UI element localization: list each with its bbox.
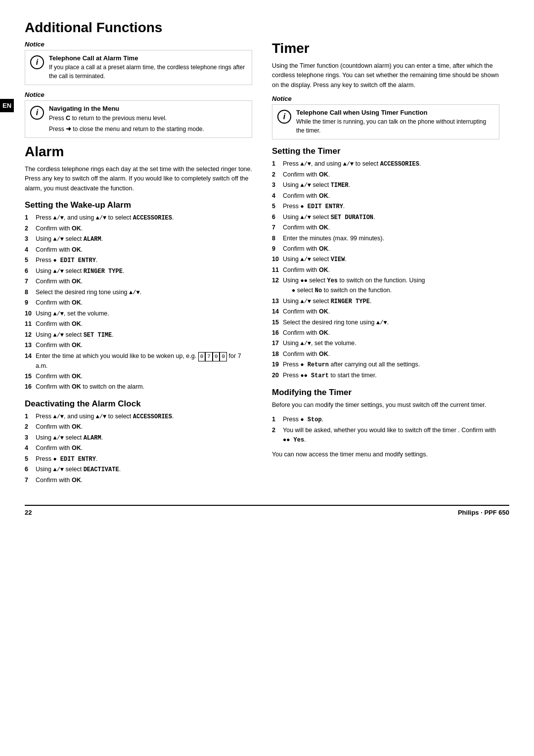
step-item: 1Press ● Stop.	[272, 415, 499, 425]
wakeup-steps: 1Press ▲/▼, and using ▲/▼ to select ACCE…	[25, 213, 252, 392]
step-item: 2You will be asked, whether you would li…	[272, 426, 499, 445]
footer-page-number: 22	[25, 509, 32, 516]
step-item: 7Confirm with OK.	[272, 223, 499, 232]
info-icon-timer: i	[277, 110, 291, 124]
notice-inner-timer: i Telephone Call when Using Timer Functi…	[272, 104, 499, 139]
step-item: 10Using ▲/▼ select VIEW.	[272, 255, 499, 265]
step-item: 12Using ●● select Yes to switch on the f…	[272, 276, 499, 295]
notice-label-timer: Notice	[272, 95, 499, 102]
notice-text-2b: Press ➜ to close the menu and return to …	[49, 124, 204, 134]
step-item: 1Press ▲/▼, and using ▲/▼ to select ACCE…	[272, 159, 499, 169]
notice-inner-1: i Telephone Call at Alarm Time If you pl…	[25, 50, 252, 85]
step-item: 5Press ● EDIT ENTRY.	[272, 202, 499, 212]
modifying-timer-title: Modifying the Timer	[272, 388, 499, 398]
deactivate-title: Deactivating the Alarm Clock	[25, 399, 252, 409]
step-item: 3Using ▲/▼ select TIMER.	[272, 180, 499, 190]
step-item: 6Using ▲/▼ select RINGER TYPE.	[25, 267, 252, 276]
step-item: 2Confirm with OK.	[25, 422, 252, 432]
step-item: 16Confirm with OK.	[272, 328, 499, 338]
notice-heading-timer: Telephone Call when Using Timer Function	[296, 109, 427, 116]
step-item: 2Confirm with OK.	[272, 170, 499, 179]
notice-label-2: Notice	[25, 91, 252, 98]
notice-timer: Notice i Telephone Call when Using Timer…	[272, 95, 499, 139]
step-item: 6Using ▲/▼ select SET DURATION.	[272, 213, 499, 222]
modifying-timer-footer: You can now access the timer menu and mo…	[272, 450, 499, 459]
wakeup-title: Setting the Wake-up Alarm	[25, 200, 252, 210]
right-column: Timer Using the Timer function (countdow…	[272, 41, 499, 490]
step-item: 5Press ● EDIT ENTRY.	[25, 454, 252, 464]
notice-heading-1: Telephone Call at Alarm Time	[49, 54, 138, 62]
notice-telephone-alarm: Notice i Telephone Call at Alarm Time If…	[25, 41, 252, 85]
step-item: 9Confirm with OK.	[272, 244, 499, 254]
notice-heading-2: Navigating in the Menu	[49, 105, 119, 112]
step-item: 13Confirm with OK.	[25, 341, 252, 350]
step-item: 8Select the desired ring tone using ▲/▼.	[25, 288, 252, 298]
alarm-title: Alarm	[25, 144, 252, 160]
step-item: 20Press ●● Start to start the timer.	[272, 371, 499, 381]
step-item: 1Press ▲/▼, and using ▲/▼ to select ACCE…	[25, 412, 252, 422]
deactivate-steps: 1Press ▲/▼, and using ▲/▼ to select ACCE…	[25, 412, 252, 486]
step-item: 2Confirm with OK.	[25, 224, 252, 233]
step-item: 17Using ▲/▼, set the volume.	[272, 339, 499, 349]
step-item: 3Using ▲/▼ select ALARM.	[25, 433, 252, 443]
notice-content-timer: Telephone Call when Using Timer Function…	[296, 109, 494, 135]
step-item: 18Confirm with OK.	[272, 350, 499, 359]
page-title: Additional Functions	[25, 20, 509, 36]
alarm-body: The cordless telephone rings each day at…	[25, 165, 252, 193]
page: EN Additional Functions Notice i Telepho…	[0, 0, 534, 756]
left-column: Notice i Telephone Call at Alarm Time If…	[25, 41, 252, 490]
notice-inner-2: i Navigating in the Menu Press C to retu…	[25, 100, 252, 138]
step-item: 12Using ▲/▼ select SET TIME.	[25, 330, 252, 340]
modifying-timer-body: Before you can modify the timer settings…	[272, 400, 499, 410]
step-item: 4Confirm with OK.	[272, 191, 499, 201]
modifying-timer-steps: 1Press ● Stop. 2You will be asked, wheth…	[272, 415, 499, 445]
footer-brand: Philips · PPF 650	[458, 509, 509, 516]
timer-body: Using the Timer function (countdown alar…	[272, 61, 499, 90]
step-item: 8Enter the minutes (max. 99 minutes).	[272, 234, 499, 243]
step-item: 19Press ● Return after carrying out all …	[272, 360, 499, 370]
step-item: 5Press ● EDIT ENTRY.	[25, 256, 252, 266]
step-item: 14Enter the time at which you would like…	[25, 352, 252, 371]
step-item: 1Press ▲/▼, and using ▲/▼ to select ACCE…	[25, 213, 252, 223]
notice-label-1: Notice	[25, 41, 252, 48]
info-icon-2: i	[30, 106, 44, 120]
setting-timer-steps: 1Press ▲/▼, and using ▲/▼ to select ACCE…	[272, 159, 499, 381]
step-item: 7Confirm with OK.	[25, 476, 252, 485]
step-item: 9Confirm with OK.	[25, 298, 252, 308]
step-item: 10Using ▲/▼, set the volume.	[25, 309, 252, 319]
step-item: 15Select the desired ring tone using ▲/▼…	[272, 318, 499, 328]
notice-content-1: Telephone Call at Alarm Time If you plac…	[49, 54, 247, 81]
notice-text-1: If you place a call at a preset alarm ti…	[49, 63, 247, 81]
notice-navigating: Notice i Navigating in the Menu Press C …	[25, 91, 252, 138]
step-item: 4Confirm with OK.	[25, 245, 252, 255]
step-item: 11Confirm with OK.	[272, 266, 499, 275]
info-icon-1: i	[30, 55, 44, 69]
step-item: 14Confirm with OK.	[272, 307, 499, 316]
notice-content-2: Navigating in the Menu Press C to return…	[49, 105, 204, 133]
step-item: 16Confirm with OK to switch on the alarm…	[25, 382, 252, 392]
step-item: 7Confirm with OK.	[25, 277, 252, 286]
step-item: 11Confirm with OK.	[25, 319, 252, 329]
language-tab: EN	[0, 99, 14, 112]
step-item: 13Using ▲/▼ select RINGER TYPE.	[272, 297, 499, 307]
step-item: 6Using ▲/▼ select DEACTIVATE.	[25, 465, 252, 475]
notice-text-2a: Press C to return to the previous menu l…	[49, 113, 204, 123]
step-item: 4Confirm with OK.	[25, 444, 252, 453]
setting-timer-title: Setting the Timer	[272, 146, 499, 156]
step-item: 15Confirm with OK.	[25, 372, 252, 381]
step-item: 3Using ▲/▼ select ALARM.	[25, 234, 252, 244]
footer: 22 Philips · PPF 650	[25, 505, 509, 516]
notice-text-timer: While the timer is running, you can talk…	[296, 117, 494, 135]
timer-title: Timer	[272, 41, 499, 56]
